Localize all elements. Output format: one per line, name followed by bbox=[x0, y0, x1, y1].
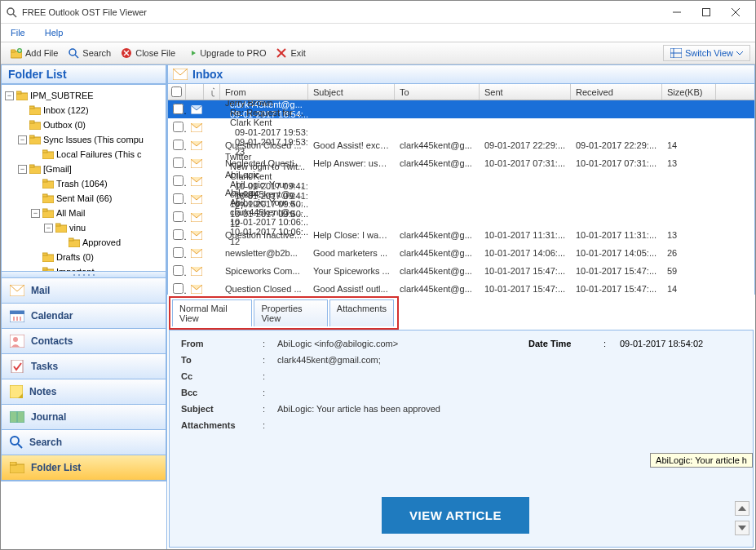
col-received[interactable]: Received bbox=[571, 84, 662, 100]
col-checkbox[interactable] bbox=[168, 84, 186, 100]
row-checkbox[interactable] bbox=[173, 265, 183, 276]
menu-file[interactable]: File bbox=[6, 26, 30, 39]
search-icon bbox=[10, 436, 23, 449]
exit-button[interactable]: Exit bbox=[271, 46, 310, 60]
mail-row[interactable]: Question Closed ...Good Assist! outl...c… bbox=[168, 280, 754, 295]
journal-icon bbox=[10, 411, 24, 423]
chevron-down-icon bbox=[736, 51, 743, 55]
row-checkbox[interactable] bbox=[173, 247, 183, 258]
row-checkbox[interactable] bbox=[173, 140, 183, 150]
svg-rect-66 bbox=[10, 464, 24, 473]
minimize-button[interactable] bbox=[662, 2, 692, 22]
nav-journal[interactable]: Journal bbox=[2, 405, 166, 430]
tree-trash[interactable]: Trash (1064) bbox=[31, 176, 164, 191]
svg-point-51 bbox=[93, 274, 95, 276]
row-checkbox[interactable] bbox=[173, 122, 183, 132]
svg-point-47 bbox=[73, 274, 75, 276]
svg-rect-54 bbox=[10, 311, 24, 314]
tree-gmail[interactable]: −[Gmail] Trash (1064) Sent Mail (66) −Al… bbox=[18, 162, 164, 272]
search-label: Search bbox=[82, 48, 111, 58]
tab-properties-view[interactable]: Properties View bbox=[254, 299, 327, 326]
row-checkbox[interactable] bbox=[173, 229, 183, 240]
row-checkbox[interactable] bbox=[173, 283, 183, 294]
close-button[interactable] bbox=[721, 2, 750, 22]
svg-point-48 bbox=[78, 274, 80, 276]
row-checkbox[interactable] bbox=[173, 193, 183, 204]
cell-sent: 09-01-2017 22:29:... bbox=[480, 140, 571, 150]
col-size[interactable]: Size(KB) bbox=[662, 84, 716, 100]
nav-mail[interactable]: Mail bbox=[2, 278, 166, 304]
svg-line-12 bbox=[75, 55, 78, 58]
col-from[interactable]: From bbox=[220, 84, 308, 100]
maximize-button[interactable] bbox=[692, 2, 721, 22]
tree-sent-mail[interactable]: Sent Mail (66) bbox=[31, 191, 164, 206]
select-all-checkbox[interactable] bbox=[171, 86, 182, 97]
svg-point-59 bbox=[13, 337, 18, 342]
cell-subject: AbiLogic: Your art... bbox=[225, 197, 308, 207]
nav-search[interactable]: Search bbox=[2, 430, 166, 455]
cell-received: 10-01-2017 15:47:... bbox=[571, 284, 662, 294]
mail-row[interactable]: newsletter@b2b...Good marketers ...clark… bbox=[168, 244, 754, 262]
tree-inbox[interactable]: Inbox (122) bbox=[18, 103, 164, 118]
mail-row[interactable]: AbiLogic AbiLogic: Your art...clark445ke… bbox=[168, 208, 754, 226]
close-file-label: Close File bbox=[135, 48, 175, 58]
add-file-button[interactable]: Add File bbox=[6, 46, 63, 60]
row-checkbox[interactable] bbox=[173, 175, 183, 186]
tree-important[interactable]: Important bbox=[31, 264, 164, 272]
tree-vinu[interactable]: −vinu Approved bbox=[44, 220, 164, 250]
scroll-up-button[interactable] bbox=[735, 501, 749, 516]
pv-datetime-label: Date Time bbox=[528, 339, 571, 348]
tree-sync-issues[interactable]: −Sync Issues (This compu Local Failures … bbox=[18, 132, 164, 162]
tree-all-mail[interactable]: −All Mail −vinu Approved bbox=[31, 206, 164, 250]
cell-received: 09-01-2017 22:29:... bbox=[571, 140, 662, 150]
nav-collapse-grip[interactable] bbox=[2, 272, 166, 278]
tab-attachments[interactable]: Attachments bbox=[329, 299, 394, 326]
nav-notes[interactable]: Notes bbox=[2, 379, 166, 405]
scroll-down-button[interactable] bbox=[735, 521, 749, 535]
tab-normal-mail-view[interactable]: Normal Mail View bbox=[172, 299, 252, 326]
nav-contacts[interactable]: Contacts bbox=[2, 329, 166, 354]
add-file-icon bbox=[11, 47, 22, 59]
envelope-icon bbox=[186, 213, 204, 222]
col-to[interactable]: To bbox=[395, 84, 480, 100]
col-subject[interactable]: Subject bbox=[308, 84, 395, 100]
close-file-button[interactable]: Close File bbox=[116, 46, 180, 60]
cell-to: clark445kent@g... bbox=[395, 230, 480, 240]
folder-tree[interactable]: − IPM_SUBTREE Inbox (122) Outbox (0) −Sy… bbox=[1, 84, 166, 272]
mail-row[interactable]: Spiceworks Com...Your Spiceworks ...clar… bbox=[168, 262, 754, 280]
add-file-label: Add File bbox=[25, 48, 58, 58]
cell-from: Question Closed ... bbox=[220, 140, 308, 150]
svg-line-65 bbox=[18, 444, 22, 448]
cell-sent: 10-01-2017 11:31:... bbox=[480, 230, 571, 240]
tree-outbox[interactable]: Outbox (0) bbox=[18, 118, 164, 132]
upgrade-button[interactable]: Upgrade to PRO bbox=[180, 46, 271, 60]
search-button[interactable]: Search bbox=[63, 46, 116, 60]
nav-folder-list[interactable]: Folder List bbox=[2, 455, 166, 481]
tree-root[interactable]: − IPM_SUBTREE Inbox (122) Outbox (0) −Sy… bbox=[5, 88, 164, 272]
svg-rect-3 bbox=[703, 8, 710, 16]
pv-subject-label: Subject bbox=[181, 404, 263, 414]
row-checkbox[interactable] bbox=[173, 211, 183, 222]
row-checkbox[interactable] bbox=[173, 104, 183, 114]
svg-point-49 bbox=[83, 274, 85, 276]
cell-subject: Your Spiceworks ... bbox=[308, 266, 395, 276]
col-sent[interactable]: Sent bbox=[480, 84, 571, 100]
tree-drafts[interactable]: Drafts (0) bbox=[31, 250, 164, 264]
menu-help[interactable]: Help bbox=[40, 26, 69, 39]
nav-tasks[interactable]: Tasks bbox=[2, 354, 166, 379]
grid-body[interactable]: AbiLogic AbiLogic: Your art...clark445ke… bbox=[168, 100, 754, 295]
inbox-icon bbox=[173, 69, 188, 80]
cell-size: 14 bbox=[662, 140, 716, 150]
svg-rect-42 bbox=[69, 238, 73, 241]
switch-view-button[interactable]: Switch View bbox=[663, 45, 750, 61]
cell-received: 10-01-2017 07:31:... bbox=[571, 158, 662, 168]
mail-row[interactable]: Jerry Brown Re: Request for G...Clark Ke… bbox=[168, 118, 754, 136]
nav-calendar[interactable]: Calendar bbox=[2, 304, 166, 329]
view-article-button[interactable]: VIEW ARTICLE bbox=[382, 497, 529, 534]
svg-point-11 bbox=[69, 49, 76, 55]
row-checkbox[interactable] bbox=[173, 157, 183, 168]
content-area: Inbox From Subject To Sent Received Size… bbox=[167, 64, 755, 549]
mail-grid: From Subject To Sent Received Size(KB) A… bbox=[167, 84, 755, 295]
tree-local-failures[interactable]: Local Failures (This c bbox=[31, 147, 164, 162]
tree-approved[interactable]: Approved bbox=[57, 235, 164, 250]
